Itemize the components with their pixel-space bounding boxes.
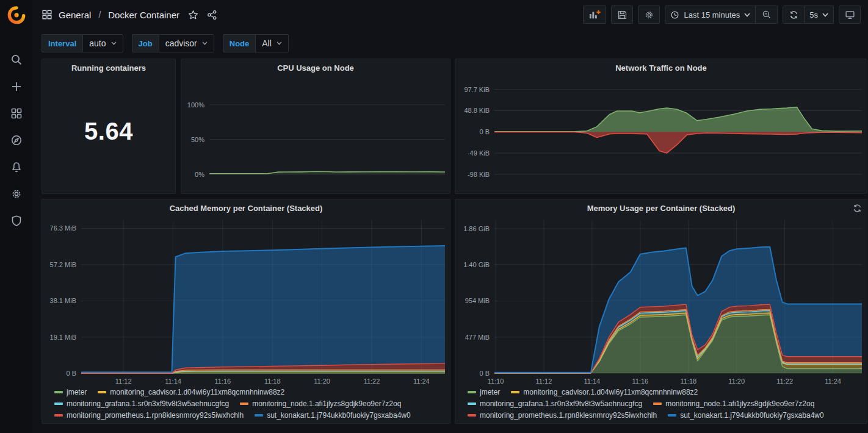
legend-item[interactable]: sut_konakart.1.j794ukkb0fuokiy7gsxaba4w0 [668,410,824,420]
legend-series-label: sut_konakart.1.j794ukkb0fuokiy7gsxaba4w0 [267,411,411,420]
y-axis-tick-label: 0 B [479,370,490,377]
server-admin-shield-icon[interactable] [0,207,33,234]
legend-swatch [98,391,106,393]
variable-interval: Interval auto [42,34,123,52]
panel-title[interactable]: Cached Memory per Container (Stacked) [42,199,450,216]
x-axis-tick-label: 11:22 [776,378,793,385]
main-area: General / Docker Container [33,0,868,433]
y-axis-tick-label: -49 KiB [468,149,490,157]
share-icon[interactable] [207,10,217,20]
legend-item[interactable]: jmeter [468,387,500,397]
panel-refresh-icon[interactable] [853,204,862,215]
panel-title[interactable]: CPU Usage on Node [181,59,450,76]
stat-value: 5.64 [42,118,175,145]
y-axis-tick-label: 954 MiB [465,297,490,304]
x-axis-tick-label: 11:10 [488,378,504,385]
breadcrumb-section[interactable]: General [59,10,91,20]
legend-series-label: monitoring_grafana.1.sr0n3xf9tv8t3w5aehn… [67,399,229,408]
cached-memory-chart[interactable]: 0 B19.1 MiB38.1 MiB57.2 MiB76.3 MiB11:12… [42,216,450,389]
legend-swatch [653,403,662,405]
chevron-down-icon [822,13,828,17]
memory-usage-chart[interactable]: 0 B477 MiB954 MiB1.40 GiB1.86 GiB11:1011… [455,216,867,389]
y-axis-tick-label: 0 B [479,128,490,135]
legend-series-label: monitoring_grafana.1.sr0n3xf9tv8t3w5aehn… [480,399,642,408]
legend-item[interactable]: monitoring_prometheus.1.rpn8klesnmroy92s… [468,410,657,420]
chart-legend: jmetermonitoring_cadvisor.1.d04wi6y11xm8… [468,387,862,421]
grafana-logo-icon[interactable] [6,5,27,26]
panel-title[interactable]: Running containers [42,59,175,76]
x-axis-tick-label: 11:14 [584,378,601,385]
x-axis-tick-label: 11:16 [632,378,648,385]
save-dashboard-button[interactable] [611,5,633,24]
x-axis-tick-label: 11:16 [215,378,231,385]
variable-interval-label: Interval [42,34,82,52]
breadcrumb-dashboard-title[interactable]: Docker Container [108,10,179,20]
variable-job-dropdown[interactable]: cadvisor [159,34,214,52]
alerting-bell-icon[interactable] [0,154,33,181]
x-axis-tick-label: 11:14 [165,378,181,385]
refresh-button[interactable] [783,5,805,24]
network-svg: 97.7 KiB48.8 KiB0 B-49 KiB-98 KiB [455,77,867,191]
star-icon[interactable] [188,10,198,20]
legend-series-label: monitoring_cadvisor.1.d04wi6y11xm8qcmnhn… [523,388,698,396]
tv-mode-button[interactable] [839,5,861,24]
x-axis-tick-label: 11:18 [680,378,696,385]
dashboard-settings-button[interactable] [638,5,660,24]
zoom-out-button[interactable] [756,5,778,24]
variable-interval-dropdown[interactable]: auto [82,34,123,52]
panel-title[interactable]: Memory Usage per Container (Stacked) [455,199,867,216]
network-traffic-chart[interactable]: 97.7 KiB48.8 KiB0 B-49 KiB-98 KiB [455,77,867,191]
variable-node-label: Node [223,34,256,52]
legend-item[interactable]: monitoring_node.1.afi1jlyzs8gdjk9eo9er7z… [240,398,401,409]
cached-svg: 0 B19.1 MiB38.1 MiB57.2 MiB76.3 MiB11:12… [42,216,450,389]
legend-series-label: monitoring_node.1.afi1jlyzs8gdjk9eo9er7z… [252,399,401,408]
legend-series-label: monitoring_prometheus.1.rpn8klesnmroy92s… [67,411,244,420]
legend-item[interactable]: jmeter [54,387,87,397]
refresh-interval-dropdown[interactable]: 5s [805,5,834,24]
legend-item[interactable]: monitoring_cadvisor.1.d04wi6y11xm8qcmnhn… [98,387,284,397]
legend-swatch [468,391,476,393]
chevron-down-icon [202,41,208,45]
legend-item[interactable]: monitoring_cadvisor.1.d04wi6y11xm8qcmnhn… [511,387,698,397]
create-plus-icon[interactable] [0,73,33,100]
explore-compass-icon[interactable] [0,127,33,154]
legend-item[interactable]: sut_konakart.1.j794ukkb0fuokiy7gsxaba4w0 [255,410,411,420]
dashboards-grid-icon[interactable] [0,100,33,127]
sidebar [0,0,33,433]
variable-node-dropdown[interactable]: All [255,34,289,52]
time-range-label: Last 15 minutes [684,10,740,20]
panel-running-containers: Running containers 5.64 [42,59,176,194]
top-navbar: General / Docker Container [33,0,868,29]
add-panel-button[interactable] [583,5,606,24]
configuration-gear-icon[interactable] [0,181,33,207]
time-range-picker[interactable]: Last 15 minutes [665,5,756,24]
variable-job-label: Job [132,34,159,52]
chevron-down-icon [277,41,282,45]
legend-series-label: sut_konakart.1.j794ukkb0fuokiy7gsxaba4w0 [680,411,824,420]
legend-series-label: monitoring_node.1.afi1jlyzs8gdjk9eo9er7z… [665,399,814,408]
y-axis-tick-label: 38.1 MiB [50,297,76,304]
legend-item[interactable]: monitoring_grafana.1.sr0n3xf9tv8t3w5aehn… [468,398,642,409]
legend-item[interactable]: monitoring_grafana.1.sr0n3xf9tv8t3w5aehn… [54,398,229,409]
y-axis-tick-label: 100% [187,101,204,109]
variable-node: Node All [223,34,289,52]
legend-swatch [255,414,263,417]
x-axis-tick-label: 11:12 [115,378,132,385]
y-axis-tick-label: 97.7 KiB [464,86,490,93]
legend-swatch [240,403,248,405]
legend-swatch [468,403,476,405]
panel-network-traffic: Network Traffic on Node 97.7 KiB48.8 KiB… [455,59,867,194]
y-axis-tick-label: 76.3 MiB [50,224,76,232]
y-axis-tick-label: 477 MiB [465,334,490,341]
legend-item[interactable]: monitoring_prometheus.1.rpn8klesnmroy92s… [54,410,244,420]
cpu-usage-chart[interactable]: 0%50%100% [181,77,450,191]
memory-svg: 0 B477 MiB954 MiB1.40 GiB1.86 GiB11:1011… [455,216,867,389]
legend-item[interactable]: monitoring_node.1.afi1jlyzs8gdjk9eo9er7z… [653,398,814,409]
variable-job: Job cadvisor [132,34,214,52]
legend-swatch [668,414,676,417]
legend-swatch [54,391,63,393]
search-icon[interactable] [0,46,33,73]
chevron-down-icon [111,41,117,45]
panel-title[interactable]: Network Traffic on Node [455,59,867,76]
legend-swatch [54,414,63,417]
